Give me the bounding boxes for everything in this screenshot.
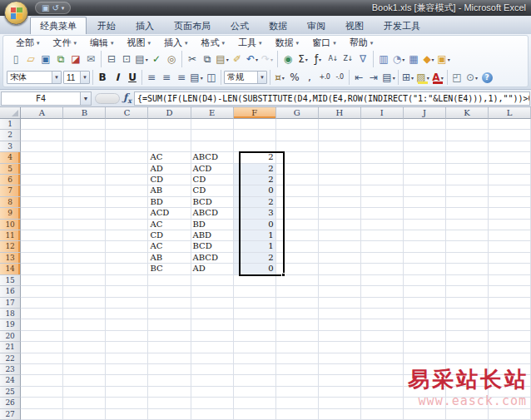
cell-C24[interactable] <box>106 375 148 386</box>
align-left-button[interactable]: ≡ <box>144 70 159 85</box>
cell-H25[interactable] <box>319 387 361 398</box>
table-button[interactable]: ▦ <box>406 52 421 67</box>
cell-K3[interactable] <box>446 141 489 152</box>
cell-D15[interactable] <box>148 275 191 286</box>
cell-K22[interactable] <box>446 353 489 364</box>
cell-D13[interactable]: AB <box>148 253 191 264</box>
cell-L5[interactable] <box>489 164 531 175</box>
dropdown-icon[interactable]: ▼ <box>80 72 89 83</box>
menu-edit[interactable]: 编辑▾ <box>84 36 122 50</box>
hyperlink-button[interactable]: ◉ <box>280 52 295 67</box>
cell-F25[interactable] <box>234 387 276 398</box>
cell-C22[interactable] <box>106 353 148 364</box>
cell-G16[interactable] <box>276 286 319 297</box>
cell-G17[interactable] <box>276 298 319 309</box>
cell-E6[interactable]: CD <box>191 175 234 185</box>
cell-D6[interactable]: CD <box>148 175 191 185</box>
cell-F10[interactable]: 0 <box>234 220 276 230</box>
select-all-corner[interactable] <box>0 107 21 119</box>
cell-G21[interactable] <box>276 342 319 353</box>
office-button[interactable] <box>4 1 28 25</box>
cell-F5[interactable]: 2 <box>234 164 276 175</box>
cell-H10[interactable] <box>319 220 361 230</box>
comma-style-button[interactable]: , <box>302 70 317 85</box>
cell-B24[interactable] <box>63 375 106 386</box>
cell-A20[interactable] <box>21 331 63 342</box>
decrease-indent-button[interactable]: ⇤ <box>351 70 366 85</box>
cell-B16[interactable] <box>63 286 106 297</box>
cell-H16[interactable] <box>319 286 361 297</box>
cell-H14[interactable] <box>319 264 361 274</box>
column-header-I[interactable]: I <box>361 107 404 119</box>
column-header-E[interactable]: E <box>191 107 234 119</box>
cell-F11[interactable]: 1 <box>234 230 276 241</box>
tab-review[interactable]: 审阅 <box>298 17 335 34</box>
cell-H13[interactable] <box>319 253 361 264</box>
cell-K25[interactable] <box>446 387 489 398</box>
cell-L13[interactable] <box>489 253 531 264</box>
cell-E21[interactable] <box>191 342 234 353</box>
column-header-F[interactable]: F <box>234 107 276 119</box>
row-header-2[interactable]: 2 <box>0 130 21 141</box>
cell-H12[interactable] <box>319 241 361 252</box>
cell-B11[interactable] <box>63 230 106 241</box>
cell-J20[interactable] <box>404 331 446 342</box>
column-header-C[interactable]: C <box>106 107 148 119</box>
cell-E13[interactable]: ABCD <box>191 253 234 264</box>
cell-E12[interactable]: BCD <box>191 241 234 252</box>
cell-D21[interactable] <box>148 342 191 353</box>
cell-D26[interactable] <box>148 398 191 408</box>
cell-J5[interactable] <box>404 164 446 175</box>
cell-K19[interactable] <box>446 319 489 330</box>
cell-A18[interactable] <box>21 309 63 319</box>
cell-L2[interactable] <box>489 130 531 141</box>
row-header-8[interactable]: 8 <box>0 197 21 208</box>
mail-button[interactable]: ✉ <box>83 52 98 67</box>
cell-G24[interactable] <box>276 375 319 386</box>
cell-K8[interactable] <box>446 197 489 208</box>
cell-B8[interactable] <box>63 197 106 208</box>
bold-button[interactable]: B <box>95 70 110 85</box>
cell-J10[interactable] <box>404 220 446 230</box>
cell-A22[interactable] <box>21 353 63 364</box>
merge-split-button[interactable]: ◫ <box>204 70 219 85</box>
cell-C15[interactable] <box>106 275 148 286</box>
font-size-combobox[interactable]: 11▼ <box>63 71 90 84</box>
cell-K11[interactable] <box>446 230 489 241</box>
cell-C20[interactable] <box>106 331 148 342</box>
row-header-25[interactable]: 25 <box>0 387 21 398</box>
menu-window[interactable]: 窗口▾ <box>306 36 344 50</box>
cell-E26[interactable] <box>191 398 234 408</box>
paste-button[interactable]: ▤▾ <box>215 52 230 67</box>
cell-J16[interactable] <box>404 286 446 297</box>
cell-H15[interactable] <box>319 275 361 286</box>
decrease-decimal-button[interactable]: -.0 <box>332 70 347 85</box>
cell-K10[interactable] <box>446 220 489 230</box>
cell-I5[interactable] <box>361 164 404 175</box>
cell-A21[interactable] <box>21 342 63 353</box>
cell-B1[interactable] <box>63 119 106 130</box>
cell-L17[interactable] <box>489 298 531 309</box>
cell-D7[interactable]: AB <box>148 185 191 196</box>
cell-E9[interactable]: ABCD <box>191 208 234 219</box>
open-recent-button[interactable]: ▣▾ <box>436 52 451 67</box>
cell-C21[interactable] <box>106 342 148 353</box>
cell-F14[interactable]: 0 <box>234 264 276 274</box>
sort-ascending-button[interactable]: A↓ <box>325 52 340 67</box>
cell-I10[interactable] <box>361 220 404 230</box>
cell-D4[interactable]: AC <box>148 152 191 163</box>
row-header-9[interactable]: 9 <box>0 208 21 219</box>
cell-B14[interactable] <box>63 264 106 274</box>
drawing-button[interactable]: ◔▾ <box>391 52 406 67</box>
autosum-button[interactable]: Σ▾ <box>295 52 310 67</box>
cell-H19[interactable] <box>319 319 361 330</box>
menu-tools[interactable]: 工具▾ <box>232 36 270 50</box>
cell-A19[interactable] <box>21 319 63 330</box>
cell-L12[interactable] <box>489 241 531 252</box>
name-box-dropdown-icon[interactable]: ▼ <box>81 91 92 106</box>
cell-F4[interactable]: 2 <box>234 152 276 163</box>
dropdown-icon[interactable]: ▼ <box>257 72 266 83</box>
cell-J11[interactable] <box>404 230 446 241</box>
cell-F21[interactable] <box>234 342 276 353</box>
cell-G10[interactable] <box>276 220 319 230</box>
